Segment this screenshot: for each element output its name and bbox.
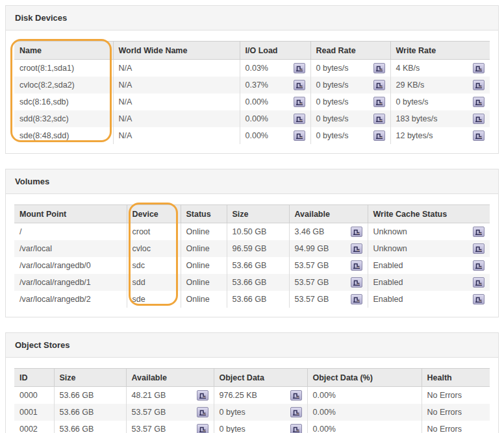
read-rate-value: 0 bytes/s xyxy=(316,80,349,90)
device-wwn: N/A xyxy=(113,127,240,144)
chart-icon[interactable] xyxy=(294,80,305,90)
object-stores-panel: Object Stores ID Size Available Object D… xyxy=(5,332,499,433)
store-id: 0001 xyxy=(14,404,54,421)
volumes-title: Volumes xyxy=(6,169,498,194)
chart-icon[interactable] xyxy=(373,130,385,141)
table-row: sdd(8:32,sdc) N/A 0.00% 0 bytes/s 183 by… xyxy=(14,110,490,127)
mount-point: /var/local/rangedb/1 xyxy=(14,274,127,291)
write-rate-value: 0 bytes/s xyxy=(396,97,429,106)
chart-icon[interactable] xyxy=(473,80,485,90)
mount-point: /var/local/rangedb/0 xyxy=(14,257,127,274)
chart-icon[interactable] xyxy=(294,97,305,107)
volumes-panel: Volumes Mount Point Device Status Size A… xyxy=(5,169,499,317)
store-health: No Errors xyxy=(422,421,490,433)
disk-devices-panel: Disk Devices Name World Wide Name I/O Lo… xyxy=(5,5,499,154)
chart-icon[interactable] xyxy=(473,243,485,254)
read-rate-value: 0 bytes/s xyxy=(316,131,349,140)
io-load-value: 0.00% xyxy=(246,131,268,140)
io-load-value: 0.00% xyxy=(246,97,268,106)
device-name: sde(8:48,sdd) xyxy=(14,127,113,144)
col-header-size: Size xyxy=(54,369,126,387)
device-wwn: N/A xyxy=(113,77,240,93)
chart-icon[interactable] xyxy=(197,390,208,401)
chart-icon[interactable] xyxy=(373,80,385,90)
volumes-table: Mount Point Device Status Size Available… xyxy=(14,204,490,308)
write-cache-status-value: Enabled xyxy=(373,261,403,270)
col-header-name: Name xyxy=(14,42,113,60)
volume-size: 53.66 GB xyxy=(227,274,289,291)
store-id: 0000 xyxy=(14,387,54,404)
chart-icon[interactable] xyxy=(473,63,485,73)
header-row: ID Size Available Object Data Object Dat… xyxy=(14,369,490,387)
col-header-available: Available xyxy=(289,205,368,223)
col-header-available: Available xyxy=(126,369,214,387)
col-header-status: Status xyxy=(181,205,227,223)
chart-icon[interactable] xyxy=(473,130,485,141)
write-cache-status-value: Enabled xyxy=(373,278,403,287)
chart-icon[interactable] xyxy=(351,227,362,237)
mount-point: /var/local xyxy=(14,240,127,257)
chart-icon[interactable] xyxy=(473,294,485,304)
chart-icon[interactable] xyxy=(473,260,485,271)
volume-status: Online xyxy=(181,240,227,257)
read-rate-value: 0 bytes/s xyxy=(316,114,349,123)
chart-icon[interactable] xyxy=(290,407,302,417)
header-row: Mount Point Device Status Size Available… xyxy=(14,205,490,223)
object-data-value: 0 bytes xyxy=(220,425,246,433)
device-wwn: N/A xyxy=(113,93,240,110)
chart-icon[interactable] xyxy=(351,277,362,288)
available-value: 53.57 GB xyxy=(132,425,166,433)
col-header-write-cache-status: Write Cache Status xyxy=(368,205,490,223)
col-header-io-load: I/O Load xyxy=(240,42,310,60)
object-data-pct: 0.00% xyxy=(307,421,422,433)
chart-icon[interactable] xyxy=(294,63,305,73)
chart-icon[interactable] xyxy=(473,227,485,237)
object-data-pct: 0.00% xyxy=(307,404,422,421)
table-row: sdc(8:16,sdb) N/A 0.00% 0 bytes/s 0 byte… xyxy=(14,93,490,110)
volume-status: Online xyxy=(181,223,227,241)
write-cache-status-value: Unknown xyxy=(373,227,407,236)
object-data-value: 0 bytes xyxy=(220,408,246,417)
chart-icon[interactable] xyxy=(197,424,208,433)
volume-status: Online xyxy=(181,291,227,308)
chart-icon[interactable] xyxy=(351,260,362,271)
chart-icon[interactable] xyxy=(197,407,208,417)
object-stores-table: ID Size Available Object Data Object Dat… xyxy=(14,368,490,433)
device-name: sdd(8:32,sdc) xyxy=(14,110,113,127)
chart-icon[interactable] xyxy=(290,424,302,433)
table-row: 0000 53.66 GB 48.21 GB 976.25 KB 0.00% N… xyxy=(14,387,490,404)
table-row: /var/local cvloc Online 96.59 GB 94.99 G… xyxy=(14,240,490,257)
store-size: 53.66 GB xyxy=(54,421,126,433)
object-stores-title: Object Stores xyxy=(6,333,498,358)
device-name: cvloc(8:2,sda2) xyxy=(14,77,113,93)
chart-icon[interactable] xyxy=(473,97,485,107)
chart-icon[interactable] xyxy=(373,114,385,124)
store-size: 53.66 GB xyxy=(54,404,126,421)
col-header-mount-point: Mount Point xyxy=(14,205,127,223)
io-load-value: 0.03% xyxy=(246,64,268,73)
object-data-pct: 0.00% xyxy=(307,387,422,404)
available-value: 48.21 GB xyxy=(132,391,166,400)
chart-icon[interactable] xyxy=(351,294,362,304)
chart-icon[interactable] xyxy=(373,63,385,73)
chart-icon[interactable] xyxy=(290,390,302,401)
chart-icon[interactable] xyxy=(351,243,362,254)
volume-device: sdd xyxy=(127,274,181,291)
available-value: 53.57 GB xyxy=(295,278,329,287)
chart-icon[interactable] xyxy=(373,97,385,107)
object-data-value: 976.25 KB xyxy=(220,391,257,400)
col-header-size: Size xyxy=(227,205,289,223)
chart-icon[interactable] xyxy=(294,130,305,141)
table-row: croot(8:1,sda1) N/A 0.03% 0 bytes/s 4 KB… xyxy=(14,60,490,77)
chart-icon[interactable] xyxy=(473,277,485,288)
write-rate-value: 29 KB/s xyxy=(396,80,425,90)
table-row: cvloc(8:2,sda2) N/A 0.37% 0 bytes/s 29 K… xyxy=(14,77,490,93)
io-load-value: 0.00% xyxy=(246,114,268,123)
available-value: 3.46 GB xyxy=(295,227,325,236)
store-health: No Errors xyxy=(422,404,490,421)
device-wwn: N/A xyxy=(113,60,240,77)
chart-icon[interactable] xyxy=(294,114,305,124)
disk-devices-title: Disk Devices xyxy=(6,6,498,31)
volume-status: Online xyxy=(181,274,227,291)
chart-icon[interactable] xyxy=(473,114,485,124)
